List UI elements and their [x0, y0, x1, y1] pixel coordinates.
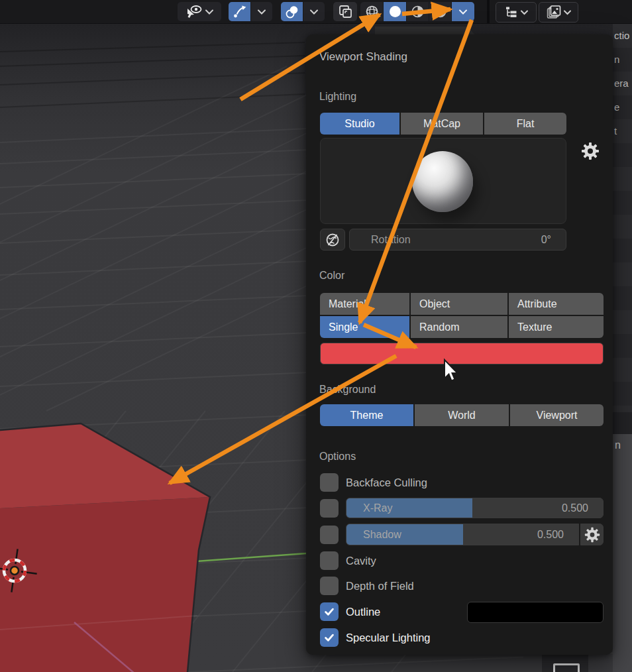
- lighting-section-label: Lighting: [319, 91, 356, 103]
- outliner-row: [613, 310, 632, 334]
- bottom-editor-clipped: [523, 655, 613, 672]
- color-material-button[interactable]: Material: [320, 293, 409, 315]
- backface-culling-checkbox[interactable]: [320, 473, 339, 492]
- lighting-flat-button[interactable]: Flat: [484, 113, 566, 135]
- lighting-mode-segment: Studio MatCap Flat: [320, 113, 566, 135]
- viewport-header: [0, 0, 632, 24]
- color-random-button[interactable]: Random: [411, 316, 507, 338]
- outliner-row: [613, 239, 632, 262]
- outline-checkbox[interactable]: [320, 602, 339, 621]
- xray-slider[interactable]: X-Ray 0.500: [346, 498, 604, 518]
- color-texture-button[interactable]: Texture: [509, 316, 604, 338]
- color-object-button[interactable]: Object: [411, 293, 507, 315]
- overlapping-circles-icon: [285, 5, 299, 19]
- gizmos-dropdown-button[interactable]: [251, 2, 272, 21]
- xray-checkbox[interactable]: [320, 499, 339, 518]
- cube-object[interactable]: [0, 423, 210, 672]
- outliner-row[interactable]: ctio: [613, 24, 632, 48]
- outliner-row: [613, 358, 632, 382]
- shadow-checkbox[interactable]: [320, 526, 339, 544]
- outliner-row: [613, 382, 632, 406]
- lighting-studio-button[interactable]: Studio: [320, 113, 399, 135]
- outliner-row: [613, 215, 632, 239]
- background-theme-button[interactable]: Theme: [320, 404, 413, 426]
- bottom-editor-button[interactable]: [542, 655, 588, 672]
- rotation-label: Rotation: [371, 229, 411, 250]
- chevron-down-icon: [205, 9, 214, 15]
- xray-label: X-Ray: [363, 498, 392, 518]
- outliner-row: [613, 286, 632, 310]
- background-mode-segment: Theme World Viewport: [320, 404, 604, 426]
- outliner-row: [613, 262, 632, 286]
- background-viewport-button[interactable]: Viewport: [510, 404, 604, 426]
- checkmark-icon: [324, 634, 335, 642]
- outline-color-swatch[interactable]: [467, 602, 604, 623]
- shadow-label: Shadow: [363, 524, 401, 545]
- cavity-checkbox[interactable]: [320, 551, 339, 570]
- outliner-row-label: n: [614, 54, 619, 65]
- overlays-dropdown-button[interactable]: [303, 2, 325, 21]
- chevron-down-icon: [309, 9, 319, 15]
- chevron-down-icon: [458, 9, 468, 15]
- horizon-lines: [0, 42, 305, 107]
- color-mode-row2: Single Random Texture: [320, 316, 604, 338]
- specular-lighting-checkbox[interactable]: [320, 628, 339, 647]
- shadow-slider[interactable]: Shadow 0.500: [346, 524, 579, 545]
- outliner-footer-clipped: [613, 412, 632, 434]
- outliner-row[interactable]: t: [613, 119, 632, 143]
- blender-window: ctio n era e t n Viewport Shading Lighti…: [0, 0, 632, 672]
- options-section-label: Options: [319, 451, 356, 463]
- checkmark-icon: [324, 608, 335, 616]
- selectability-visibility-button[interactable]: [178, 2, 221, 21]
- outliner-row: [613, 191, 632, 215]
- studiolight-settings-gear-icon[interactable]: [581, 142, 600, 160]
- background-world-button[interactable]: World: [415, 404, 509, 426]
- viewport-shading-popover: Viewport Shading Lighting Studio MatCap …: [306, 34, 613, 655]
- lighting-matcap-button[interactable]: MatCap: [401, 113, 483, 135]
- depth-of-field-checkbox[interactable]: [320, 577, 339, 595]
- single-color-swatch[interactable]: [320, 343, 604, 364]
- image-editor-type-button[interactable]: [539, 2, 578, 23]
- shading-solid-button[interactable]: [384, 2, 406, 21]
- wire-sphere-icon: [364, 4, 380, 19]
- color-single-button[interactable]: Single: [320, 316, 409, 338]
- shadow-settings-gear-icon: [584, 527, 600, 543]
- outliner-row-label: era: [614, 78, 629, 89]
- outliner-row[interactable]: e: [613, 95, 632, 119]
- show-overlays-button[interactable]: [281, 2, 303, 21]
- outliner-row: [613, 406, 632, 412]
- cursor-eye-icon: [185, 5, 203, 19]
- outliner-row: [613, 167, 632, 191]
- studiolight-sphere: [412, 151, 473, 212]
- world-globe-icon: [325, 232, 341, 248]
- show-gizmos-button[interactable]: [229, 2, 250, 21]
- shading-dropdown-button[interactable]: [452, 2, 474, 21]
- color-mode-row1: Material Object Attribute: [320, 293, 604, 315]
- depth-of-field-label: Depth of Field: [346, 577, 414, 595]
- chevron-down-icon: [257, 9, 266, 15]
- toggle-xray-button[interactable]: [333, 2, 357, 21]
- shading-wireframe-button[interactable]: [360, 2, 383, 21]
- backface-culling-label: Backface Culling: [346, 473, 427, 492]
- outliner-panel-clipped: ctio n era e t: [613, 24, 632, 412]
- outliner-editor-type-button[interactable]: [496, 2, 537, 23]
- outliner-row[interactable]: n: [613, 48, 632, 72]
- shading-rendered-button[interactable]: [429, 2, 451, 21]
- chevron-down-icon: [520, 10, 529, 15]
- world-space-lighting-button[interactable]: [320, 229, 345, 251]
- editor-separator: [487, 0, 490, 23]
- background-section-label: Background: [319, 384, 376, 396]
- xray-value: 0.500: [562, 498, 588, 518]
- gizmo-arrow-icon: [233, 5, 247, 19]
- cavity-label: Cavity: [346, 551, 376, 570]
- outliner-tree-icon: [504, 5, 519, 20]
- outliner-row: [613, 334, 632, 358]
- properties-partial-text: n: [615, 439, 621, 451]
- rotation-slider[interactable]: Rotation 0°: [349, 229, 566, 251]
- shadow-settings-button[interactable]: [580, 524, 604, 545]
- outliner-row-label: ctio: [614, 30, 629, 41]
- outliner-row[interactable]: era: [613, 72, 632, 95]
- color-attribute-button[interactable]: Attribute: [509, 293, 604, 315]
- shading-material-button[interactable]: [407, 2, 429, 21]
- chevron-down-icon: [563, 10, 572, 15]
